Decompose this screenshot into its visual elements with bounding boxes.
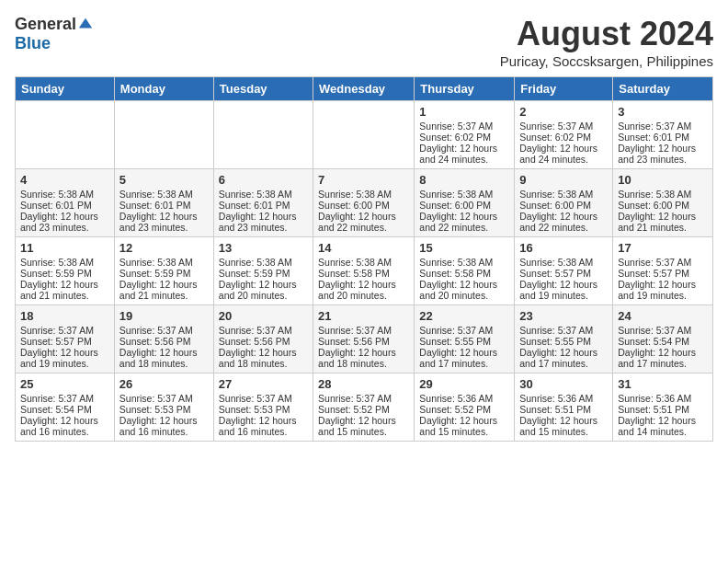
sunrise-text: Sunrise: 5:38 AM [119, 189, 209, 200]
sunrise-text: Sunrise: 5:37 AM [20, 393, 109, 404]
calendar-cell: 3Sunrise: 5:37 AMSunset: 6:01 PMDaylight… [613, 101, 713, 169]
calendar-week-row: 11Sunrise: 5:38 AMSunset: 5:59 PMDayligh… [16, 237, 713, 305]
calendar-cell: 19Sunrise: 5:37 AMSunset: 5:56 PMDayligh… [114, 305, 213, 373]
sunrise-text: Sunrise: 5:38 AM [119, 257, 209, 268]
daylight-text: Daylight: 12 hours and 23 minutes. [119, 211, 209, 233]
weekday-header-saturday: Saturday [613, 77, 713, 101]
daylight-text: Daylight: 12 hours and 21 minutes. [20, 279, 109, 301]
calendar-cell: 20Sunrise: 5:37 AMSunset: 5:56 PMDayligh… [213, 305, 313, 373]
calendar-table: SundayMondayTuesdayWednesdayThursdayFrid… [15, 76, 713, 442]
calendar-week-row: 25Sunrise: 5:37 AMSunset: 5:54 PMDayligh… [16, 373, 713, 442]
calendar-cell: 8Sunrise: 5:38 AMSunset: 6:00 PMDaylight… [415, 169, 515, 237]
day-number: 12 [119, 241, 209, 255]
sunset-text: Sunset: 5:52 PM [318, 404, 409, 415]
sunrise-text: Sunrise: 5:37 AM [119, 325, 209, 336]
day-number: 31 [618, 377, 708, 391]
sunrise-text: Sunrise: 5:38 AM [618, 189, 708, 200]
day-number: 1 [419, 105, 509, 119]
day-number: 15 [419, 241, 509, 255]
calendar-cell [114, 101, 213, 169]
day-number: 29 [419, 377, 509, 391]
calendar-cell: 11Sunrise: 5:38 AMSunset: 5:59 PMDayligh… [16, 237, 115, 305]
sunrise-text: Sunrise: 5:36 AM [519, 393, 608, 404]
day-number: 6 [219, 173, 308, 187]
day-number: 4 [20, 173, 109, 187]
sunset-text: Sunset: 5:59 PM [119, 268, 209, 279]
daylight-text: Daylight: 12 hours and 23 minutes. [20, 211, 109, 233]
daylight-text: Daylight: 12 hours and 23 minutes. [219, 211, 308, 233]
sunrise-text: Sunrise: 5:38 AM [318, 257, 409, 268]
sunset-text: Sunset: 6:00 PM [419, 200, 509, 211]
sunrise-text: Sunrise: 5:36 AM [618, 393, 708, 404]
calendar-cell: 26Sunrise: 5:37 AMSunset: 5:53 PMDayligh… [114, 373, 213, 442]
daylight-text: Daylight: 12 hours and 19 minutes. [519, 279, 608, 301]
location: Puricay, Soccsksargen, Philippines [500, 53, 713, 69]
daylight-text: Daylight: 12 hours and 18 minutes. [119, 347, 209, 369]
daylight-text: Daylight: 12 hours and 17 minutes. [618, 347, 708, 369]
calendar-cell [213, 101, 313, 169]
daylight-text: Daylight: 12 hours and 19 minutes. [618, 279, 708, 301]
sunset-text: Sunset: 5:58 PM [419, 268, 509, 279]
sunset-text: Sunset: 6:02 PM [419, 132, 509, 143]
daylight-text: Daylight: 12 hours and 15 minutes. [419, 415, 509, 437]
logo-blue-text: Blue [15, 34, 51, 52]
sunrise-text: Sunrise: 5:37 AM [318, 325, 409, 336]
day-number: 3 [618, 105, 708, 119]
sunrise-text: Sunrise: 5:38 AM [219, 189, 308, 200]
calendar-header-row: SundayMondayTuesdayWednesdayThursdayFrid… [16, 77, 713, 101]
calendar-cell: 6Sunrise: 5:38 AMSunset: 6:01 PMDaylight… [213, 169, 313, 237]
sunrise-text: Sunrise: 5:37 AM [419, 121, 509, 132]
daylight-text: Daylight: 12 hours and 22 minutes. [519, 211, 608, 233]
daylight-text: Daylight: 12 hours and 16 minutes. [219, 415, 308, 437]
calendar-cell: 31Sunrise: 5:36 AMSunset: 5:51 PMDayligh… [613, 373, 713, 442]
sunset-text: Sunset: 5:59 PM [20, 268, 109, 279]
daylight-text: Daylight: 12 hours and 18 minutes. [318, 347, 409, 369]
calendar-cell: 1Sunrise: 5:37 AMSunset: 6:02 PMDaylight… [415, 101, 515, 169]
sunset-text: Sunset: 5:57 PM [618, 268, 708, 279]
calendar-cell: 21Sunrise: 5:37 AMSunset: 5:56 PMDayligh… [313, 305, 415, 373]
sunset-text: Sunset: 5:57 PM [519, 268, 608, 279]
sunset-text: Sunset: 6:02 PM [519, 132, 608, 143]
sunrise-text: Sunrise: 5:38 AM [20, 189, 109, 200]
day-number: 19 [119, 309, 209, 323]
day-number: 30 [519, 377, 608, 391]
calendar-cell: 24Sunrise: 5:37 AMSunset: 5:54 PMDayligh… [613, 305, 713, 373]
calendar-cell: 29Sunrise: 5:36 AMSunset: 5:52 PMDayligh… [415, 373, 515, 442]
daylight-text: Daylight: 12 hours and 22 minutes. [318, 211, 409, 233]
daylight-text: Daylight: 12 hours and 20 minutes. [219, 279, 308, 301]
day-number: 11 [20, 241, 109, 255]
daylight-text: Daylight: 12 hours and 16 minutes. [20, 415, 109, 437]
calendar-week-row: 4Sunrise: 5:38 AMSunset: 6:01 PMDaylight… [16, 169, 713, 237]
sunset-text: Sunset: 6:01 PM [119, 200, 209, 211]
sunset-text: Sunset: 5:56 PM [318, 336, 409, 347]
daylight-text: Daylight: 12 hours and 19 minutes. [20, 347, 109, 369]
daylight-text: Daylight: 12 hours and 22 minutes. [419, 211, 509, 233]
sunset-text: Sunset: 5:51 PM [519, 404, 608, 415]
sunset-text: Sunset: 5:59 PM [219, 268, 308, 279]
calendar-cell: 9Sunrise: 5:38 AMSunset: 6:00 PMDaylight… [515, 169, 613, 237]
calendar-cell: 22Sunrise: 5:37 AMSunset: 5:55 PMDayligh… [415, 305, 515, 373]
daylight-text: Daylight: 12 hours and 15 minutes. [519, 415, 608, 437]
sunset-text: Sunset: 5:57 PM [20, 336, 109, 347]
logo-icon [77, 17, 94, 33]
calendar-cell: 7Sunrise: 5:38 AMSunset: 6:00 PMDaylight… [313, 169, 415, 237]
weekday-header-monday: Monday [114, 77, 213, 101]
sunrise-text: Sunrise: 5:37 AM [119, 393, 209, 404]
weekday-header-wednesday: Wednesday [313, 77, 415, 101]
day-number: 9 [519, 173, 608, 187]
sunset-text: Sunset: 5:58 PM [318, 268, 409, 279]
sunrise-text: Sunrise: 5:37 AM [318, 393, 409, 404]
sunrise-text: Sunrise: 5:38 AM [519, 189, 608, 200]
calendar-cell: 18Sunrise: 5:37 AMSunset: 5:57 PMDayligh… [16, 305, 115, 373]
calendar-cell: 5Sunrise: 5:38 AMSunset: 6:01 PMDaylight… [114, 169, 213, 237]
day-number: 8 [419, 173, 509, 187]
calendar-week-row: 1Sunrise: 5:37 AMSunset: 6:02 PMDaylight… [16, 101, 713, 169]
calendar-cell: 13Sunrise: 5:38 AMSunset: 5:59 PMDayligh… [213, 237, 313, 305]
calendar-cell: 14Sunrise: 5:38 AMSunset: 5:58 PMDayligh… [313, 237, 415, 305]
calendar-cell: 2Sunrise: 5:37 AMSunset: 6:02 PMDaylight… [515, 101, 613, 169]
daylight-text: Daylight: 12 hours and 17 minutes. [519, 347, 608, 369]
calendar-cell [313, 101, 415, 169]
svg-marker-0 [79, 17, 92, 28]
weekday-header-sunday: Sunday [16, 77, 115, 101]
day-number: 17 [618, 241, 708, 255]
